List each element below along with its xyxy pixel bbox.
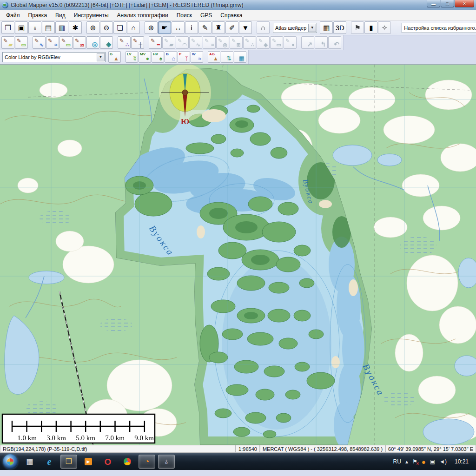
network-icon[interactable]: ▣ (430, 459, 435, 464)
class-icon: ▦ (239, 55, 245, 61)
menu-view[interactable]: Вид (51, 11, 70, 20)
menu-help[interactable]: Справка (216, 11, 246, 20)
map-view[interactable]: Вуокса Вуокса Вуокса Ю 1.0 km 3.0 km 5.0… (0, 64, 476, 444)
digitizer-tool-d[interactable]: ✎ ≈ (203, 36, 216, 49)
lidar-ground-button[interactable]: G ▲ (108, 51, 121, 63)
digitizer-tool-c[interactable]: ✎ ∿ (189, 36, 202, 49)
menu-tools[interactable]: Инструменты (70, 11, 113, 20)
digitizer-tool-j[interactable]: ✎ ● (284, 36, 297, 49)
hidden-icons-arrow-icon[interactable]: ▴ (405, 459, 408, 464)
speaker-icon[interactable]: ◄) (439, 459, 447, 464)
shader-dropdown[interactable]: Atlas шейдер ▼ (273, 23, 317, 33)
measure-tool-button[interactable]: ↔ (172, 21, 185, 34)
language-indicator[interactable]: RU (393, 458, 401, 465)
export-button[interactable]: ▥ (55, 21, 68, 34)
class-letter-label: MV (140, 52, 145, 56)
taskbar-icons: ▦ e ❐ ▶ O ● ◔ (21, 455, 175, 469)
create-points-tool[interactable]: ✎ ∴ (118, 36, 131, 49)
lidar-building-button[interactable]: B ⌂ (165, 51, 177, 63)
menu-edit[interactable]: Правка (24, 11, 52, 20)
open-file-button[interactable]: ❐ (1, 21, 14, 34)
class-icon: ʬ (133, 56, 136, 61)
create-coord-feature-tool[interactable]: ✎ 35 (73, 36, 86, 49)
create-area-rect-tool[interactable]: ✎ ▭ (15, 36, 28, 49)
magnet-lock-button[interactable]: ∩ (257, 21, 270, 34)
gps-flag-button[interactable]: ⚑ (351, 21, 364, 34)
map-canvas[interactable]: Вуокса Вуокса Вуокса Ю 1.0 km 3.0 km 5.0… (0, 65, 476, 445)
digitizer-tool-e[interactable]: ✎ ◎ (216, 36, 229, 49)
undo-shape-tool[interactable]: ↶ (328, 36, 341, 49)
lidar-water-button[interactable]: W ≈ (191, 51, 203, 63)
taskbar-chrome-icon[interactable]: ● (119, 455, 136, 469)
digitizer-tool-i[interactable]: ✎ ▭ (270, 36, 283, 49)
lidar-filter-button[interactable]: ⇅ (221, 51, 233, 63)
zoom-out-button[interactable]: ⊖ (100, 21, 113, 34)
menu-search[interactable]: Поиск (172, 11, 196, 20)
save-button[interactable]: ▣ (15, 21, 28, 34)
taskbar-explorer-icon[interactable]: ❐ (60, 455, 77, 469)
digitizer-tool-h[interactable]: ✎ ◈ (257, 36, 270, 49)
create-curve-tool[interactable]: ✎ ≈ (46, 36, 59, 49)
chevron-down-icon[interactable]: ▼ (308, 24, 316, 32)
lidar-low-veg-button[interactable]: LV ʬ (126, 51, 138, 63)
zoom-in-button[interactable]: ⊕ (86, 21, 99, 34)
pan-tool-button[interactable]: ☛ (158, 21, 171, 34)
close-button[interactable]: ✕ (455, 0, 474, 7)
taskbar-internet-explorer-icon[interactable]: e (41, 455, 58, 469)
full-view-button[interactable]: ❏ (113, 21, 126, 34)
create-rect-tool[interactable]: ✎ ▭ (60, 36, 73, 49)
lidar-power-button[interactable]: P ᛉ (178, 51, 190, 63)
create-point-at-location-tool[interactable]: ✎ ┼ (131, 36, 144, 49)
square-up-tool[interactable]: ↰ (315, 36, 328, 49)
shader-options-button[interactable]: ▼ (239, 21, 252, 34)
start-button[interactable] (3, 454, 18, 469)
clock[interactable]: 10:21 (451, 458, 472, 465)
favorites-dropdown[interactable]: Настройка списка избранного... ▼ (402, 23, 476, 33)
path-profile-button[interactable]: ✐ (225, 21, 238, 34)
taskbar-global-mapper-icon[interactable]: ♁ (158, 455, 175, 469)
view-shed-button[interactable]: ♜ (212, 21, 225, 34)
toolbar-icon: ▼ (242, 24, 249, 31)
digitizer-tool-g[interactable]: ✎ ∴ (243, 36, 256, 49)
gps-star-button[interactable]: ✧ (378, 21, 391, 34)
taskbar-media-player-icon[interactable]: ▶ (80, 455, 97, 469)
minimize-button[interactable]: ▬ (427, 0, 440, 7)
toolbar-icon: ▣ (18, 24, 25, 31)
menu-gps[interactable]: GPS (196, 11, 216, 20)
maximize-button[interactable]: ❐ (441, 0, 454, 7)
create-grid-tool[interactable]: ◈ (100, 36, 113, 49)
zoom-tool-button[interactable]: ⊕ (145, 21, 158, 34)
download-online-data-button[interactable]: ♁ (28, 21, 41, 34)
orange-app-tray-icon[interactable]: ● (422, 458, 426, 465)
taskbar-calculator-icon[interactable]: ▦ (21, 455, 38, 469)
action-center-flag-icon[interactable]: ⚑ ✕ (412, 459, 417, 464)
edit-features-button[interactable]: ✎ (198, 21, 212, 34)
vertex-arrow-tool[interactable]: ↗ (301, 36, 314, 49)
configure-button[interactable]: ✱ (69, 21, 82, 34)
menu-terrain-analysis[interactable]: Анализ топографии (113, 11, 172, 20)
create-line-tool[interactable]: ✎ ∿ (33, 36, 46, 49)
digitizer-tool-f[interactable]: ✎ ⊞ (230, 36, 243, 49)
raster-options-button[interactable]: ▦ (320, 21, 333, 34)
home-view-button[interactable]: ⌂ (127, 21, 140, 34)
menu-file[interactable]: Файл (2, 11, 24, 20)
overlay-control-center-button[interactable]: ▤ (42, 21, 55, 34)
gps-device-button[interactable]: ▮ (364, 21, 377, 34)
create-range-rings-tool[interactable]: ◎ (86, 36, 99, 49)
lidar-auto-ground-button[interactable]: AG ▲ (208, 51, 220, 63)
feature-info-button[interactable]: i (185, 21, 198, 34)
digitizer-tool-b[interactable]: ✎ ◠ (176, 36, 189, 49)
create-area-tool[interactable]: ✎ ▰ (1, 36, 14, 49)
taskbar-firefox-icon[interactable]: ◔ (139, 455, 155, 469)
view-3d-button[interactable]: 3D (333, 21, 346, 34)
digitizer-tool-a[interactable]: ✎ ▰ (162, 36, 175, 49)
lidar-colorize-dropdown[interactable]: Color Lidar by RGB/Elev ▼ (2, 52, 106, 62)
edit-vertices-tool[interactable]: ✎ ┅ (149, 36, 162, 49)
chevron-down-icon[interactable]: ▼ (97, 53, 105, 61)
pencil-icon: ✎ (191, 38, 196, 44)
lidar-med-veg-button[interactable]: MV ● (139, 51, 151, 63)
status-projection: MERCAT ( WGS84 ) - ( 3256312.498, 854898… (260, 445, 385, 453)
lidar-high-veg-button[interactable]: HV ♠ (152, 51, 164, 63)
lidar-palette-button[interactable]: ▦ (234, 51, 246, 63)
taskbar-opera-icon[interactable]: O (99, 455, 116, 469)
